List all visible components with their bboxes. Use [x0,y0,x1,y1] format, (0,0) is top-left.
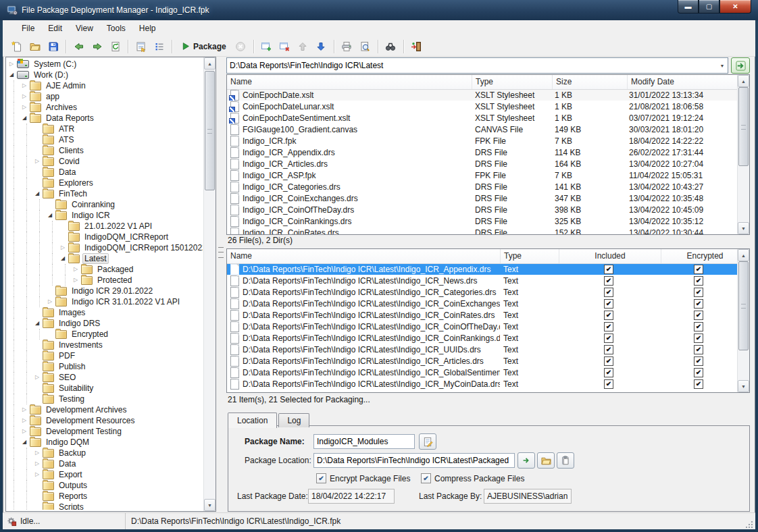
tree-item-label[interactable]: Suitability [57,383,95,393]
tree-item[interactable]: Publish [7,361,203,372]
scroll-up-icon[interactable]: ▲ [738,249,749,261]
included-checkbox[interactable]: ✔ [604,288,613,297]
expand-toggle-icon[interactable]: ◢ [33,318,41,329]
column-header-type[interactable]: Type [472,75,553,89]
tree-item-label[interactable]: Reports [57,491,89,501]
expand-toggle-icon[interactable]: ▷ [20,91,28,102]
tree-item-label[interactable]: Investments [57,340,105,350]
tree-item-label[interactable]: Backup [57,448,88,458]
tab-location[interactable]: Location [228,413,277,428]
expand-toggle-icon[interactable]: ◢ [7,70,16,80]
address-input[interactable] [227,61,717,70]
file-row[interactable]: FGIGauge100_Gradient.canvas CANVAS File … [227,124,738,135]
tree-item[interactable]: ▷ Development Testing [7,426,203,437]
tree-item[interactable]: ▷ Protected [7,275,203,286]
tree-item[interactable]: Testing [7,394,203,404]
menu-file[interactable]: File [15,22,41,35]
included-checkbox[interactable]: ✔ [604,265,613,274]
save-button[interactable] [45,38,61,55]
tree-item-label[interactable]: Data [57,459,78,469]
scroll-down-icon[interactable]: ▼ [204,499,216,511]
tree-item-label[interactable]: System (C:) [32,59,78,69]
file-row[interactable]: CoinEpochDateLunar.xslt XSLT Stylesheet … [227,101,738,112]
package-location-input[interactable] [313,453,515,468]
file-row[interactable]: Indigo_ICR_CoinExchanges.drs DRS File 34… [227,192,738,204]
tree-item[interactable]: Images [7,307,203,318]
package-row[interactable]: D:\Data Reports\FinTech\Indigo ICR\Lates… [227,309,738,321]
tree-item-label[interactable]: Indigo ICR 29.01.2022 [70,286,155,296]
expand-toggle-icon[interactable]: ▷ [20,102,28,113]
encrypted-checkbox[interactable]: ✔ [694,345,703,354]
tree-item[interactable]: ▷ Indigo ICR 31.01.2022 V1 API [7,296,203,307]
compress-checkbox-row[interactable]: ✔ Compress Package Files [421,473,524,483]
tree-item[interactable]: PDF [7,350,203,361]
expand-toggle-icon[interactable]: ◢ [59,253,67,264]
tree-item[interactable]: Indigo ICR 29.01.2022 [7,286,203,296]
expand-toggle-icon[interactable]: ▷ [59,242,67,253]
encrypted-checkbox[interactable]: ✔ [694,265,703,274]
forward-button[interactable] [89,38,105,55]
tree-item-label[interactable]: Export [57,470,84,479]
tree-item[interactable]: ◢ Latest [7,253,203,264]
encrypt-checkbox-row[interactable]: ✔ Encrypt Package Files [316,473,410,483]
included-checkbox[interactable]: ✔ [604,311,613,320]
item-list-button[interactable] [151,38,168,55]
tree-item-label[interactable]: ATR [57,124,76,134]
go-to-location-button[interactable] [517,452,535,469]
expand-toggle-icon[interactable]: ▷ [7,59,16,70]
encrypted-checkbox[interactable]: ✔ [694,322,703,331]
tree-item[interactable]: Encrypted [7,329,203,340]
file-list-scrollbar[interactable]: ▲ ▼ [737,75,749,234]
package-row[interactable]: D:\Data Reports\FinTech\Indigo ICR\Lates… [227,298,738,309]
scroll-up-icon[interactable]: ▲ [204,57,216,70]
tree-item-label[interactable]: Latest [82,253,109,264]
column-header-name[interactable]: Name [227,75,472,89]
tree-item-label[interactable]: Publish [57,362,87,371]
column-header-size[interactable]: Size [553,75,628,89]
package-row[interactable]: D:\Data Reports\FinTech\Indigo ICR\Lates… [227,321,738,332]
tree-item[interactable]: ▷ Development Resources [7,415,203,426]
tree-item-label[interactable]: Encrypted [70,329,110,339]
encrypted-checkbox[interactable]: ✔ [694,368,703,377]
properties-button[interactable] [132,38,149,55]
encrypted-checkbox[interactable]: ✔ [694,379,703,389]
tree-item-label[interactable]: Archives [44,103,79,112]
refresh-button[interactable] [107,38,124,55]
minimize-button[interactable]: ▬ [678,0,699,14]
tree-item-label[interactable]: Covid [57,157,82,166]
expand-toggle-icon[interactable]: ▷ [72,264,80,275]
expand-toggle-icon[interactable]: ▷ [20,426,28,437]
tree-item[interactable]: ▷ System (C:) [7,59,203,70]
tree-item[interactable]: ▷ Archives [7,102,203,113]
encrypted-checkbox[interactable]: ✔ [694,288,703,297]
tree-item-label[interactable]: Explorers [57,178,95,188]
file-row[interactable]: Indigo_ICR_ASP.fpk FPK File 7 KB 11/04/2… [227,169,738,181]
copy-path-button[interactable] [557,452,574,469]
file-row[interactable]: Indigo_ICR_Categories.drs DRS File 141 K… [227,181,738,192]
tree-item[interactable]: ATR [7,124,203,134]
expand-toggle-icon[interactable]: ▷ [33,372,41,383]
column-header-type[interactable]: Type [501,249,559,263]
included-checkbox[interactable]: ✔ [604,345,613,354]
tree-item[interactable]: ▷ Data [7,458,203,469]
tree-item-label[interactable]: PDF [57,351,77,361]
tree-item-label[interactable]: Indigo ICR [70,211,112,220]
tree-item[interactable]: ◢ Indigo DQM [7,437,203,448]
tree-item[interactable]: ▷ IndigoDQM_ICRReport 15012022 [7,242,203,253]
maximize-button[interactable]: ▢ [699,0,719,14]
expand-toggle-icon[interactable]: ◢ [46,210,54,221]
tree-item[interactable]: Reports [7,491,203,502]
new-package-button[interactable] [8,38,25,55]
expand-toggle-icon[interactable]: ▷ [20,80,28,91]
tree-item[interactable]: Suitability [7,383,203,394]
expand-toggle-icon[interactable]: ▷ [33,448,41,458]
tree-item-label[interactable]: FinTech [57,189,89,198]
tree-item-label[interactable]: SEO [57,373,78,382]
tree-item[interactable]: ATS [7,134,203,145]
encrypt-checkbox[interactable]: ✔ [316,473,326,483]
package-row[interactable]: D:\Data Reports\FinTech\Indigo ICR\Lates… [227,355,738,367]
included-checkbox[interactable]: ✔ [604,368,613,377]
menu-tools[interactable]: Tools [100,22,132,35]
tree-item[interactable]: ◢ Indigo DRS [7,318,203,329]
run-package-button[interactable]: Package [176,36,231,56]
